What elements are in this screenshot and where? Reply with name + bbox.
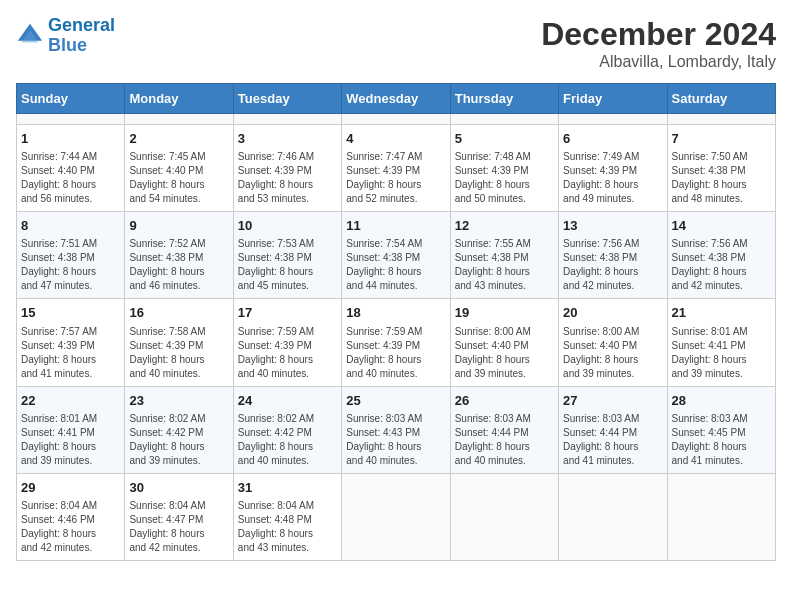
calendar-cell: 28Sunrise: 8:03 AMSunset: 4:45 PMDayligh… bbox=[667, 386, 775, 473]
calendar-cell bbox=[125, 114, 233, 125]
calendar-cell: 23Sunrise: 8:02 AMSunset: 4:42 PMDayligh… bbox=[125, 386, 233, 473]
day-number: 31 bbox=[238, 479, 337, 497]
calendar-cell: 15Sunrise: 7:57 AMSunset: 4:39 PMDayligh… bbox=[17, 299, 125, 386]
day-info: Sunrise: 8:03 AMSunset: 4:44 PMDaylight:… bbox=[563, 412, 662, 468]
day-of-week-header: Wednesday bbox=[342, 84, 450, 114]
calendar-title: December 2024 bbox=[541, 16, 776, 53]
calendar-cell bbox=[233, 114, 341, 125]
calendar-header: SundayMondayTuesdayWednesdayThursdayFrid… bbox=[17, 84, 776, 114]
calendar-cell: 5Sunrise: 7:48 AMSunset: 4:39 PMDaylight… bbox=[450, 125, 558, 212]
calendar-cell bbox=[559, 473, 667, 560]
calendar-cell bbox=[450, 114, 558, 125]
day-info: Sunrise: 8:03 AMSunset: 4:43 PMDaylight:… bbox=[346, 412, 445, 468]
calendar-cell bbox=[17, 114, 125, 125]
day-info: Sunrise: 8:01 AMSunset: 4:41 PMDaylight:… bbox=[672, 325, 771, 381]
calendar-cell bbox=[342, 473, 450, 560]
day-info: Sunrise: 7:52 AMSunset: 4:38 PMDaylight:… bbox=[129, 237, 228, 293]
day-number: 30 bbox=[129, 479, 228, 497]
day-info: Sunrise: 7:56 AMSunset: 4:38 PMDaylight:… bbox=[563, 237, 662, 293]
calendar-cell bbox=[667, 473, 775, 560]
calendar-cell bbox=[559, 114, 667, 125]
logo: General Blue bbox=[16, 16, 115, 56]
day-of-week-header: Sunday bbox=[17, 84, 125, 114]
calendar-cell bbox=[667, 114, 775, 125]
day-info: Sunrise: 7:46 AMSunset: 4:39 PMDaylight:… bbox=[238, 150, 337, 206]
day-number: 2 bbox=[129, 130, 228, 148]
calendar-cell bbox=[342, 114, 450, 125]
calendar-cell: 26Sunrise: 8:03 AMSunset: 4:44 PMDayligh… bbox=[450, 386, 558, 473]
title-block: December 2024 Albavilla, Lombardy, Italy bbox=[541, 16, 776, 71]
day-info: Sunrise: 8:04 AMSunset: 4:48 PMDaylight:… bbox=[238, 499, 337, 555]
day-info: Sunrise: 7:48 AMSunset: 4:39 PMDaylight:… bbox=[455, 150, 554, 206]
day-of-week-header: Friday bbox=[559, 84, 667, 114]
calendar-cell: 9Sunrise: 7:52 AMSunset: 4:38 PMDaylight… bbox=[125, 212, 233, 299]
day-info: Sunrise: 7:54 AMSunset: 4:38 PMDaylight:… bbox=[346, 237, 445, 293]
page-header: General Blue December 2024 Albavilla, Lo… bbox=[16, 16, 776, 71]
calendar-cell: 3Sunrise: 7:46 AMSunset: 4:39 PMDaylight… bbox=[233, 125, 341, 212]
day-number: 3 bbox=[238, 130, 337, 148]
day-info: Sunrise: 7:50 AMSunset: 4:38 PMDaylight:… bbox=[672, 150, 771, 206]
day-number: 12 bbox=[455, 217, 554, 235]
calendar-cell: 13Sunrise: 7:56 AMSunset: 4:38 PMDayligh… bbox=[559, 212, 667, 299]
day-info: Sunrise: 8:04 AMSunset: 4:47 PMDaylight:… bbox=[129, 499, 228, 555]
day-info: Sunrise: 7:59 AMSunset: 4:39 PMDaylight:… bbox=[238, 325, 337, 381]
calendar-cell: 12Sunrise: 7:55 AMSunset: 4:38 PMDayligh… bbox=[450, 212, 558, 299]
day-info: Sunrise: 7:51 AMSunset: 4:38 PMDaylight:… bbox=[21, 237, 120, 293]
day-number: 15 bbox=[21, 304, 120, 322]
calendar-cell: 14Sunrise: 7:56 AMSunset: 4:38 PMDayligh… bbox=[667, 212, 775, 299]
calendar-cell: 21Sunrise: 8:01 AMSunset: 4:41 PMDayligh… bbox=[667, 299, 775, 386]
day-info: Sunrise: 7:47 AMSunset: 4:39 PMDaylight:… bbox=[346, 150, 445, 206]
day-info: Sunrise: 8:02 AMSunset: 4:42 PMDaylight:… bbox=[129, 412, 228, 468]
calendar-cell: 2Sunrise: 7:45 AMSunset: 4:40 PMDaylight… bbox=[125, 125, 233, 212]
calendar-cell: 19Sunrise: 8:00 AMSunset: 4:40 PMDayligh… bbox=[450, 299, 558, 386]
day-number: 4 bbox=[346, 130, 445, 148]
day-number: 20 bbox=[563, 304, 662, 322]
day-number: 9 bbox=[129, 217, 228, 235]
day-number: 27 bbox=[563, 392, 662, 410]
day-number: 19 bbox=[455, 304, 554, 322]
day-number: 13 bbox=[563, 217, 662, 235]
day-number: 7 bbox=[672, 130, 771, 148]
calendar-cell: 17Sunrise: 7:59 AMSunset: 4:39 PMDayligh… bbox=[233, 299, 341, 386]
day-number: 6 bbox=[563, 130, 662, 148]
day-info: Sunrise: 8:02 AMSunset: 4:42 PMDaylight:… bbox=[238, 412, 337, 468]
day-number: 29 bbox=[21, 479, 120, 497]
calendar-cell: 16Sunrise: 7:58 AMSunset: 4:39 PMDayligh… bbox=[125, 299, 233, 386]
day-info: Sunrise: 8:00 AMSunset: 4:40 PMDaylight:… bbox=[455, 325, 554, 381]
calendar-cell: 1Sunrise: 7:44 AMSunset: 4:40 PMDaylight… bbox=[17, 125, 125, 212]
day-info: Sunrise: 7:45 AMSunset: 4:40 PMDaylight:… bbox=[129, 150, 228, 206]
day-info: Sunrise: 7:59 AMSunset: 4:39 PMDaylight:… bbox=[346, 325, 445, 381]
calendar-cell: 7Sunrise: 7:50 AMSunset: 4:38 PMDaylight… bbox=[667, 125, 775, 212]
calendar-cell: 24Sunrise: 8:02 AMSunset: 4:42 PMDayligh… bbox=[233, 386, 341, 473]
calendar-week-row: 1Sunrise: 7:44 AMSunset: 4:40 PMDaylight… bbox=[17, 125, 776, 212]
calendar-cell: 20Sunrise: 8:00 AMSunset: 4:40 PMDayligh… bbox=[559, 299, 667, 386]
day-info: Sunrise: 8:03 AMSunset: 4:44 PMDaylight:… bbox=[455, 412, 554, 468]
calendar-cell: 27Sunrise: 8:03 AMSunset: 4:44 PMDayligh… bbox=[559, 386, 667, 473]
calendar-cell: 25Sunrise: 8:03 AMSunset: 4:43 PMDayligh… bbox=[342, 386, 450, 473]
day-number: 21 bbox=[672, 304, 771, 322]
calendar-table: SundayMondayTuesdayWednesdayThursdayFrid… bbox=[16, 83, 776, 561]
day-number: 16 bbox=[129, 304, 228, 322]
day-number: 25 bbox=[346, 392, 445, 410]
day-info: Sunrise: 8:00 AMSunset: 4:40 PMDaylight:… bbox=[563, 325, 662, 381]
day-number: 17 bbox=[238, 304, 337, 322]
day-number: 26 bbox=[455, 392, 554, 410]
calendar-cell bbox=[450, 473, 558, 560]
day-number: 1 bbox=[21, 130, 120, 148]
day-number: 8 bbox=[21, 217, 120, 235]
calendar-cell: 11Sunrise: 7:54 AMSunset: 4:38 PMDayligh… bbox=[342, 212, 450, 299]
day-info: Sunrise: 7:53 AMSunset: 4:38 PMDaylight:… bbox=[238, 237, 337, 293]
calendar-cell: 18Sunrise: 7:59 AMSunset: 4:39 PMDayligh… bbox=[342, 299, 450, 386]
calendar-week-row: 8Sunrise: 7:51 AMSunset: 4:38 PMDaylight… bbox=[17, 212, 776, 299]
calendar-cell: 30Sunrise: 8:04 AMSunset: 4:47 PMDayligh… bbox=[125, 473, 233, 560]
calendar-week-row bbox=[17, 114, 776, 125]
calendar-cell: 8Sunrise: 7:51 AMSunset: 4:38 PMDaylight… bbox=[17, 212, 125, 299]
day-info: Sunrise: 7:55 AMSunset: 4:38 PMDaylight:… bbox=[455, 237, 554, 293]
day-info: Sunrise: 7:56 AMSunset: 4:38 PMDaylight:… bbox=[672, 237, 771, 293]
day-info: Sunrise: 7:44 AMSunset: 4:40 PMDaylight:… bbox=[21, 150, 120, 206]
day-info: Sunrise: 7:57 AMSunset: 4:39 PMDaylight:… bbox=[21, 325, 120, 381]
calendar-cell: 6Sunrise: 7:49 AMSunset: 4:39 PMDaylight… bbox=[559, 125, 667, 212]
day-of-week-header: Monday bbox=[125, 84, 233, 114]
calendar-subtitle: Albavilla, Lombardy, Italy bbox=[541, 53, 776, 71]
day-number: 22 bbox=[21, 392, 120, 410]
